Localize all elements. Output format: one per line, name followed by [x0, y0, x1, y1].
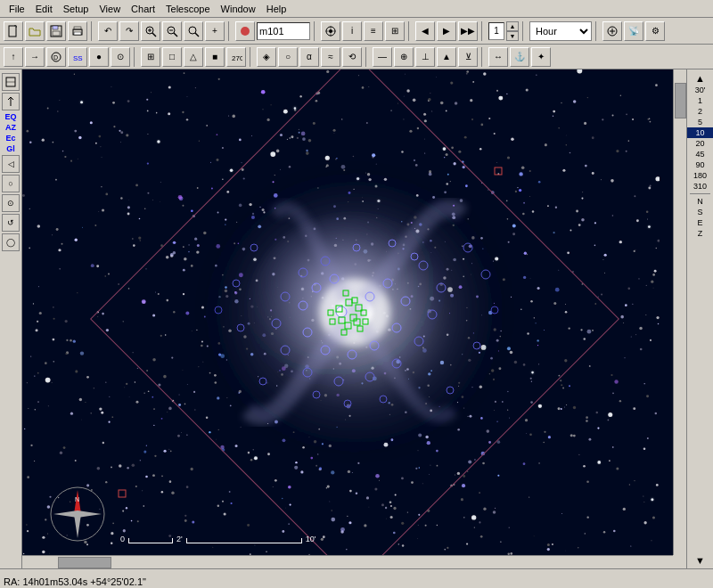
vertical-scrollbar[interactable]: [673, 69, 686, 555]
dir-n[interactable]: N: [687, 196, 713, 207]
info-button[interactable]: i: [342, 21, 362, 41]
counter-spinner[interactable]: ▲ ▼: [506, 21, 519, 41]
sep3: [314, 21, 317, 41]
zoom-180[interactable]: 180: [687, 170, 713, 181]
side-btn3[interactable]: ◁: [2, 155, 20, 173]
side-btn7[interactable]: ◯: [2, 233, 20, 251]
prev-button[interactable]: ◀: [415, 21, 435, 41]
zoom-90[interactable]: 90: [687, 159, 713, 170]
tb2-btn14[interactable]: α: [299, 47, 319, 67]
dir-z[interactable]: Z: [687, 228, 713, 239]
menu-window[interactable]: Window: [216, 2, 261, 16]
menu-setup[interactable]: Setup: [58, 2, 94, 16]
tb2-btn16[interactable]: ⟲: [342, 47, 362, 67]
tb2-btn2[interactable]: →: [25, 47, 45, 67]
dir-e[interactable]: E: [687, 217, 713, 228]
save-button[interactable]: [46, 21, 66, 41]
redo-button[interactable]: ↷: [119, 21, 139, 41]
tb2-btn5[interactable]: ●: [89, 47, 109, 67]
scroll-corner: [673, 555, 686, 568]
tb2-btn3[interactable]: D: [46, 47, 66, 67]
menu-telescope[interactable]: Telescope: [160, 2, 216, 16]
tb2-btn20[interactable]: ▲: [437, 47, 456, 67]
scroll-down-btn[interactable]: ▼: [693, 553, 707, 567]
scroll-up-btn[interactable]: ▲: [693, 71, 707, 85]
tb2-sep2: [250, 47, 253, 67]
chart-area[interactable]: N 0 2' 10': [22, 69, 686, 568]
tb2-btn8[interactable]: □: [162, 47, 182, 67]
print-button[interactable]: [68, 21, 87, 41]
menu-view[interactable]: View: [94, 2, 126, 16]
menu-help[interactable]: Help: [261, 2, 292, 16]
settings-button[interactable]: ⚙: [645, 21, 665, 41]
ec-label[interactable]: Ec: [5, 134, 15, 143]
new-button[interactable]: [4, 21, 23, 41]
eq-label[interactable]: EQ: [4, 112, 16, 121]
zoom-310[interactable]: 310: [687, 181, 713, 192]
side-btn5[interactable]: ⊙: [2, 194, 20, 212]
zoom-30[interactable]: 30': [687, 85, 713, 95]
list-button[interactable]: ≡: [364, 21, 383, 41]
search-input[interactable]: m101: [257, 22, 310, 40]
zoom-1[interactable]: 1: [687, 95, 713, 106]
color-button[interactable]: [235, 21, 255, 41]
spin-down[interactable]: ▼: [506, 31, 519, 41]
side-btn1[interactable]: [2, 73, 20, 91]
target-button[interactable]: [321, 21, 340, 41]
gl-label[interactable]: Gl: [6, 144, 15, 153]
menu-chart[interactable]: Chart: [126, 2, 160, 16]
zoom-out-button[interactable]: [162, 21, 182, 41]
play-button[interactable]: ▶: [437, 21, 456, 41]
zoom-2[interactable]: 2: [687, 106, 713, 117]
spin-up[interactable]: ▲: [506, 21, 519, 31]
menu-edit[interactable]: Edit: [30, 2, 58, 16]
zoom-20[interactable]: 20: [687, 138, 713, 149]
hour-select[interactable]: Hour Minute Second Day: [529, 21, 592, 41]
main-area: EQ AZ Ec Gl ◁ ○ ⊙ ↺ ◯: [0, 69, 713, 568]
horizontal-scrollbar[interactable]: [22, 555, 673, 568]
tb2-btn9[interactable]: △: [184, 47, 203, 67]
dir-s[interactable]: S: [687, 207, 713, 217]
open-button[interactable]: [25, 21, 45, 41]
svg-point-16: [241, 27, 250, 36]
left-sidebar: EQ AZ Ec Gl ◁ ○ ⊙ ↺ ◯: [0, 69, 22, 568]
tb2-btn6[interactable]: ⊙: [111, 47, 130, 67]
menu-file[interactable]: File: [4, 2, 30, 16]
find-button[interactable]: [184, 21, 203, 41]
scroll-thumb-v[interactable]: [675, 83, 686, 118]
tb2-btn17[interactable]: —: [373, 47, 392, 67]
tb2-btn1[interactable]: ↑: [4, 47, 23, 67]
tb2-btn11[interactable]: 270: [226, 47, 246, 67]
crosshair-button[interactable]: +: [205, 21, 225, 41]
undo-button[interactable]: ↶: [98, 21, 118, 41]
tb2-btn7[interactable]: ⊞: [141, 47, 160, 67]
tb2-btn24[interactable]: ✦: [531, 47, 551, 67]
zoom-45[interactable]: 45: [687, 149, 713, 159]
tb2-btn18[interactable]: ⊕: [394, 47, 414, 67]
svg-line-15: [195, 33, 199, 37]
tb2-btn19[interactable]: ⊥: [415, 47, 435, 67]
counter-input[interactable]: 1: [488, 22, 504, 40]
radio-button[interactable]: 📡: [624, 21, 643, 41]
next-button[interactable]: ▶▶: [458, 21, 478, 41]
az-label[interactable]: AZ: [5, 123, 16, 132]
scope-button[interactable]: [602, 21, 622, 41]
tb2-btn23[interactable]: ⚓: [510, 47, 529, 67]
tb2-btn22[interactable]: ↔: [488, 47, 508, 67]
side-btn6[interactable]: ↺: [2, 214, 20, 232]
svg-rect-2: [53, 26, 58, 29]
zoom-10[interactable]: 10: [687, 127, 713, 138]
tb2-btn12[interactable]: ◈: [257, 47, 276, 67]
zoom-in-button[interactable]: [141, 21, 160, 41]
grid-button[interactable]: ⊞: [385, 21, 405, 41]
tb2-btn4[interactable]: SS: [68, 47, 87, 67]
side-btn2[interactable]: [2, 93, 20, 110]
tb2-btn13[interactable]: ○: [278, 47, 298, 67]
tb2-btn10[interactable]: ■: [205, 47, 225, 67]
tb2-btn21[interactable]: ⊻: [458, 47, 478, 67]
zoom-5[interactable]: 5: [687, 117, 713, 127]
scroll-thumb-h[interactable]: [58, 557, 111, 568]
tb2-btn15[interactable]: ≈: [321, 47, 340, 67]
scale-bar: 0 2' 10': [120, 535, 316, 543]
side-btn4[interactable]: ○: [2, 175, 20, 192]
